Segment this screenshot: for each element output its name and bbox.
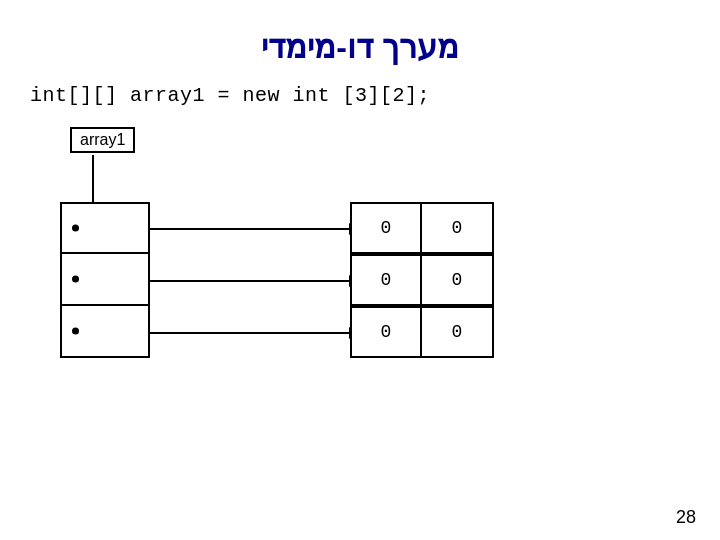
ref-cell-1: [60, 254, 150, 306]
array1-label-box: array1: [70, 127, 135, 153]
diagram: array1 0 0 0 0 0 0: [40, 127, 720, 437]
dot-2: [72, 328, 79, 335]
int-cell-1-1: 0: [422, 254, 494, 306]
code-line: int[][] array1 = new int [3][2];: [30, 84, 720, 107]
int-cell-2-1: 0: [422, 306, 494, 358]
arrow-down: [92, 155, 94, 203]
int-cell-2-0: 0: [350, 306, 422, 358]
dot-1: [72, 276, 79, 283]
row-arrow-2: [148, 332, 350, 334]
title: מערך דו-מימדי: [0, 28, 720, 66]
row-arrow-1: [148, 280, 350, 282]
int-array-row-2: 0 0: [350, 306, 494, 358]
ref-cell-0: [60, 202, 150, 254]
int-cell-0-1: 0: [422, 202, 494, 254]
dot-0: [72, 225, 79, 232]
int-array-row-1: 0 0: [350, 254, 494, 306]
int-cell-0-0: 0: [350, 202, 422, 254]
ref-cell-2: [60, 306, 150, 358]
int-array-row-0: 0 0: [350, 202, 494, 254]
row-arrow-0: [148, 228, 350, 230]
page-number: 28: [676, 507, 696, 528]
int-cell-1-0: 0: [350, 254, 422, 306]
